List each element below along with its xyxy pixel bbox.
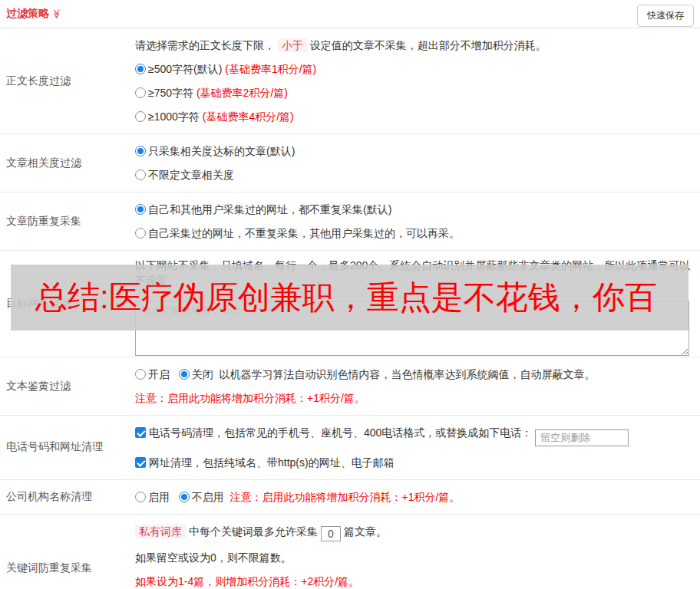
watermark-overlay-banner: 总结:医疗伪原创兼职，重点是不花钱，你百 [11, 265, 688, 331]
row-content: 开启 关闭 以机器学习算法自动识别色情内容，当色情概率达到系统阈值，自动屏蔽文章… [135, 357, 700, 415]
company-clean-note: 注意：启用此功能将增加积分消耗：+1积分/篇。 [229, 491, 460, 503]
radio-1000-chars[interactable] [135, 111, 146, 122]
porn-filter-options: 开启 关闭 以机器学习算法自动识别色情内容，当色情概率达到系统阈值，自动屏蔽文章… [135, 367, 694, 382]
option-label: 启用 [148, 491, 170, 503]
option-label: 电话号码清理，包括常见的手机号、座机号、400电话格式，或替换成如下电话： [149, 426, 532, 439]
row-label: 文章相关度过滤 [0, 134, 135, 192]
option-1000-chars: ≥1000字符 (基础费率4积分/篇) [135, 109, 694, 124]
option-label: 关闭 [192, 368, 213, 380]
radio-relevance-only[interactable] [135, 146, 146, 156]
keyword-limit-text: 中每个关键词最多允许采集 [189, 525, 318, 538]
porn-filter-description: 以机器学习算法自动识别色情内容，当色情概率达到系统阈值，自动屏蔽文章。 [219, 368, 595, 380]
option-label: 不限定文章相关度 [148, 169, 234, 181]
option-750-chars: ≥750字符 (基础费率2积分/篇) [135, 85, 694, 100]
option-label: 不启用 [192, 491, 224, 503]
option-label: 自己和其他用户采集过的网址，都不重复采集(默认) [148, 203, 391, 216]
option-dedup-all-users: 自己和其他用户采集过的网址，都不重复采集(默认) [135, 202, 694, 217]
row-content: 电话号码清理，包括常见的手机号、座机号、400电话格式，或替换成如下电话： 网址… [135, 416, 700, 479]
less-than-highlight: 小于 [278, 38, 307, 52]
row-label: 文本鉴黄过滤 [0, 357, 135, 415]
option-relevance-only: 只采集相关度达标的文章(默认) [135, 143, 694, 159]
page-title[interactable]: 过滤策略 [6, 7, 49, 21]
radio-dedup-self-only[interactable] [135, 228, 146, 239]
row-label: 公司机构名称清理 [0, 480, 135, 514]
radio-500-chars[interactable] [135, 64, 146, 74]
keyword-note-unlimited: 如果留空或设为0，则不限篇数。 [135, 550, 694, 565]
phone-clean-option: 电话号码清理，包括常见的手机号、座机号、400电话格式，或替换成如下电话： [135, 425, 694, 446]
content-length-intro: 请选择需求的正文长度下限， 小于 设定值的文章不采集，超出部分不增加积分消耗。 [135, 38, 694, 53]
url-clean-option: 网址清理，包括纯域名、带http(s)的网址、电子邮箱 [135, 455, 694, 470]
intro-text-pre: 请选择需求的正文长度下限， [135, 39, 275, 51]
option-label: ≥750字符 [148, 87, 193, 99]
option-500-chars: ≥500字符(默认) (基础费率1积分/篇) [135, 61, 694, 77]
option-dedup-self-only: 自己采集过的网址，不重复采集，其他用户采集过的，可以再采。 [135, 225, 694, 241]
row-content: 私有词库 中每个关键词最多允许采集篇文章。 如果留空或设为0，则不限篇数。 如果… [135, 515, 700, 589]
chevron-down-icon: ≫ [51, 9, 62, 19]
intro-text-post: 设定值的文章不采集，超出部分不增加积分消耗。 [310, 39, 546, 51]
row-content: 自己和其他用户采集过的网址，都不重复采集(默认) 自己采集过的网址，不重复采集，… [135, 192, 700, 250]
row-label: 电话号码和网址清理 [0, 416, 135, 479]
porn-filter-note: 注意：启用此功能将增加积分消耗：+1积分/篇。 [135, 390, 694, 406]
fee-note: (基础费率4积分/篇) [203, 110, 294, 123]
row-label: 关键词防重复采集 [0, 515, 135, 589]
radio-porn-filter-on[interactable] [135, 369, 146, 380]
checkbox-url-clean[interactable] [135, 457, 146, 468]
private-lexicon-link[interactable]: 私有词库 [135, 525, 186, 538]
keyword-limit-input[interactable] [321, 526, 341, 541]
radio-company-clean-on[interactable] [135, 492, 146, 502]
row-keyword-dedup: 关键词防重复采集 私有词库 中每个关键词最多允许采集篇文章。 如果留空或设为0，… [0, 515, 700, 589]
option-label: 只采集相关度达标的文章(默认) [148, 145, 295, 157]
option-relevance-any: 不限定文章相关度 [135, 167, 694, 183]
keyword-limit-line: 私有词库 中每个关键词最多允许采集篇文章。 [135, 524, 694, 541]
radio-porn-filter-off[interactable] [179, 369, 190, 380]
row-relevance-filter: 文章相关度过滤 只采集相关度达标的文章(默认) 不限定文章相关度 [0, 134, 700, 192]
row-content: 启用 不启用 注意：启用此功能将增加积分消耗：+1积分/篇。 [135, 480, 700, 514]
row-porn-filter: 文本鉴黄过滤 开启 关闭 以机器学习算法自动识别色情内容，当色情概率达到系统阈值… [0, 357, 700, 416]
company-clean-options: 启用 不启用 注意：启用此功能将增加积分消耗：+1积分/篇。 [135, 489, 694, 505]
radio-dedup-all-users[interactable] [135, 204, 146, 215]
row-label: 文章防重复采集 [0, 192, 135, 250]
filter-strategy-page: 过滤策略 ≫ 快速保存 正文长度过滤 请选择需求的正文长度下限， 小于 设定值的… [0, 0, 700, 589]
option-label: ≥500字符(默认) [148, 63, 222, 75]
checkbox-phone-clean[interactable] [135, 427, 146, 438]
row-anti-duplicate: 文章防重复采集 自己和其他用户采集过的网址，都不重复采集(默认) 自己采集过的网… [0, 192, 700, 251]
row-phone-url-clean: 电话号码和网址清理 电话号码清理，包括常见的手机号、座机号、400电话格式，或替… [0, 416, 700, 480]
fee-note: (基础费率1积分/篇) [225, 63, 316, 75]
page-header: 过滤策略 ≫ 快速保存 [0, 0, 700, 28]
option-label: 开启 [148, 368, 170, 380]
radio-company-clean-off[interactable] [179, 492, 190, 502]
radio-750-chars[interactable] [135, 87, 146, 98]
option-label: ≥1000字符 [148, 110, 200, 123]
keyword-limit-unit: 篇文章。 [344, 525, 387, 538]
keyword-note-fee: 如果设为1-4篇，则增加积分消耗：+2积分/篇。 [135, 574, 694, 589]
row-content-length-filter: 正文长度过滤 请选择需求的正文长度下限， 小于 设定值的文章不采集，超出部分不增… [0, 28, 700, 134]
fee-note: (基础费率2积分/篇) [196, 87, 288, 99]
row-target-site-filter: 目标网站过滤 以下网站不采集，只填域名，每行一个，最多200个。系统会自动识别并… [0, 251, 700, 357]
row-label: 正文长度过滤 [0, 28, 135, 133]
option-label: 自己采集过的网址，不重复采集，其他用户采集过的，可以再采。 [148, 227, 460, 239]
row-content: 请选择需求的正文长度下限， 小于 设定值的文章不采集，超出部分不增加积分消耗。 … [135, 28, 700, 133]
replacement-phone-input[interactable] [535, 429, 629, 446]
row-company-clean: 公司机构名称清理 启用 不启用 注意：启用此功能将增加积分消耗：+1积分/篇。 [0, 480, 700, 515]
row-content: 只采集相关度达标的文章(默认) 不限定文章相关度 [135, 134, 700, 192]
radio-relevance-any[interactable] [135, 169, 146, 180]
watermark-overlay-text: 总结:医疗伪原创兼职，重点是不花钱，你百 [35, 281, 657, 314]
quick-save-button[interactable]: 快速保存 [637, 5, 694, 27]
option-label: 网址清理，包括纯域名、带http(s)的网址、电子邮箱 [149, 456, 395, 469]
